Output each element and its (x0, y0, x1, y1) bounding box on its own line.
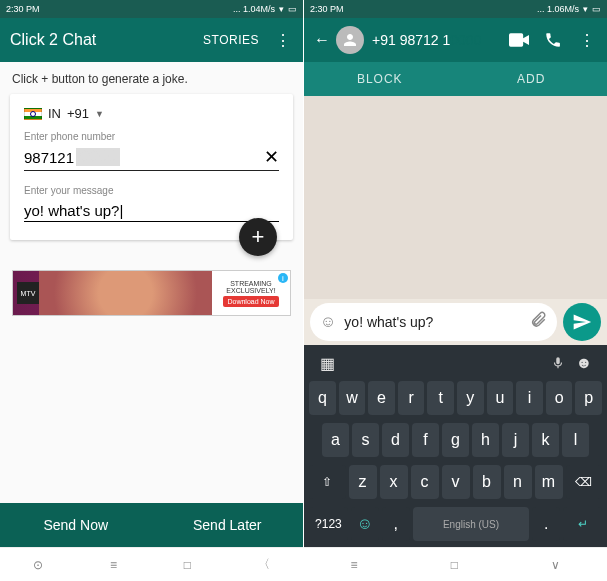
voice-call-icon[interactable] (543, 30, 563, 50)
clear-icon[interactable]: ✕ (264, 146, 279, 168)
key-d[interactable]: d (382, 423, 409, 457)
keyboard-smiley-icon[interactable]: ☻ (571, 353, 597, 373)
chat-app-bar: ← +91 98712 10000 ⋮ (304, 18, 607, 62)
key-g[interactable]: g (442, 423, 469, 457)
ad-image (39, 271, 212, 315)
ad-line1: STREAMING (230, 280, 272, 287)
wifi-icon: ▾ (279, 4, 284, 14)
key-shift[interactable]: ⇧ (309, 465, 346, 499)
key-n[interactable]: n (504, 465, 532, 499)
key-z[interactable]: z (349, 465, 377, 499)
key-r[interactable]: r (398, 381, 425, 415)
country-code: IN (48, 106, 61, 121)
key-v[interactable]: v (442, 465, 470, 499)
key-e[interactable]: e (368, 381, 395, 415)
key-space[interactable]: English (US) (413, 507, 529, 541)
status-bar: 2:30 PM ... 1.04M/s ▾ ▭ (0, 0, 303, 18)
message-input[interactable]: yo! what's up? (24, 198, 279, 222)
screen-whatsapp: 2:30 PM ... 1.06M/s ▾ ▭ ← +91 98712 1000… (304, 0, 607, 581)
add-button[interactable]: ADD (456, 62, 608, 96)
key-a[interactable]: a (322, 423, 349, 457)
ad-info-icon[interactable]: i (278, 273, 288, 283)
nav-back-icon[interactable]: ∨ (551, 558, 560, 572)
block-add-bar: BLOCK ADD (304, 62, 607, 96)
key-q[interactable]: q (309, 381, 336, 415)
key-p[interactable]: p (575, 381, 602, 415)
status-bar: 2:30 PM ... 1.06M/s ▾ ▭ (304, 0, 607, 18)
battery-icon: ▭ (288, 4, 297, 14)
more-icon[interactable]: ⋮ (577, 30, 597, 50)
key-j[interactable]: j (502, 423, 529, 457)
phone-input-row: 9871210000 ✕ (24, 142, 279, 171)
send-later-button[interactable]: Send Later (152, 503, 304, 547)
avatar[interactable] (336, 26, 364, 54)
key-k[interactable]: k (532, 423, 559, 457)
dial-code: +91 (67, 106, 89, 121)
key-b[interactable]: b (473, 465, 501, 499)
block-button[interactable]: BLOCK (304, 62, 456, 96)
send-now-button[interactable]: Send Now (0, 503, 152, 547)
key-m[interactable]: m (535, 465, 563, 499)
key-row-3: ⇧zxcvbnm⌫ (306, 461, 605, 503)
back-icon[interactable]: ← (314, 31, 330, 49)
key-numbers[interactable]: ?123 (309, 507, 348, 541)
country-selector[interactable]: IN +91 ▼ (24, 106, 279, 121)
nav-recent-icon[interactable]: ≡ (351, 558, 358, 572)
status-time: 2:30 PM (310, 4, 344, 14)
key-l[interactable]: l (562, 423, 589, 457)
video-call-icon[interactable] (509, 30, 529, 50)
key-i[interactable]: i (516, 381, 543, 415)
keyboard-grid-icon[interactable]: ▦ (314, 353, 340, 373)
more-icon[interactable]: ⋮ (273, 30, 293, 50)
composer-input[interactable]: yo! what's up? (344, 314, 521, 330)
compose-card: IN +91 ▼ Enter phone number 9871210000 ✕… (10, 94, 293, 240)
key-emoji[interactable]: ☺ (351, 507, 379, 541)
app-title: Click 2 Chat (10, 31, 191, 49)
key-f[interactable]: f (412, 423, 439, 457)
nav-back-icon[interactable]: 〈 (258, 556, 270, 573)
key-c[interactable]: c (411, 465, 439, 499)
key-enter[interactable]: ↵ (563, 507, 602, 541)
nav-home-icon[interactable]: □ (451, 558, 458, 572)
nav-home-icon[interactable]: ≡ (110, 558, 117, 572)
phone-label: Enter phone number (24, 131, 279, 142)
key-backspace[interactable]: ⌫ (566, 465, 603, 499)
bottom-bar: Send Now Send Later (0, 503, 303, 547)
nav-home2-icon[interactable]: □ (184, 558, 191, 572)
app-bar: Click 2 Chat STORIES ⋮ (0, 18, 303, 62)
key-y[interactable]: y (457, 381, 484, 415)
chevron-down-icon: ▼ (95, 109, 104, 119)
chat-background (304, 96, 607, 299)
ad-banner[interactable]: MTV STREAMING EXCLUSIVELY! Download Now … (12, 270, 291, 316)
phone-input[interactable]: 987121 (24, 149, 74, 166)
nav-bar: ⊙ ≡ □ 〈 (0, 547, 303, 581)
key-period[interactable]: . (532, 507, 560, 541)
key-x[interactable]: x (380, 465, 408, 499)
key-comma[interactable]: , (382, 507, 410, 541)
key-row-2: asdfghjkl (306, 419, 605, 461)
hint-text: Click + button to generate a joke. (0, 62, 303, 94)
ad-logo: MTV (17, 282, 39, 304)
key-t[interactable]: t (427, 381, 454, 415)
contact-name[interactable]: +91 98712 10000 (372, 32, 495, 48)
key-h[interactable]: h (472, 423, 499, 457)
stories-action[interactable]: STORIES (203, 33, 259, 47)
ad-line2: EXCLUSIVELY! (226, 287, 275, 294)
key-w[interactable]: w (339, 381, 366, 415)
keyboard-mic-icon[interactable] (545, 353, 571, 373)
send-button[interactable] (563, 303, 601, 341)
key-row-1: qwertyuiop (306, 377, 605, 419)
add-fab[interactable]: + (239, 218, 277, 256)
key-row-4: ?123 ☺ , English (US) . ↵ (306, 503, 605, 545)
key-s[interactable]: s (352, 423, 379, 457)
emoji-icon[interactable]: ☺ (320, 313, 336, 331)
status-speed: ... 1.04M/s (233, 4, 275, 14)
nav-recent-icon[interactable]: ⊙ (33, 558, 43, 572)
wifi-icon: ▾ (583, 4, 588, 14)
attach-icon[interactable] (529, 311, 547, 333)
screen-click2chat: 2:30 PM ... 1.04M/s ▾ ▭ Click 2 Chat STO… (0, 0, 303, 581)
key-o[interactable]: o (546, 381, 573, 415)
status-speed: ... 1.06M/s (537, 4, 579, 14)
ad-download-button[interactable]: Download Now (223, 296, 278, 307)
key-u[interactable]: u (487, 381, 514, 415)
